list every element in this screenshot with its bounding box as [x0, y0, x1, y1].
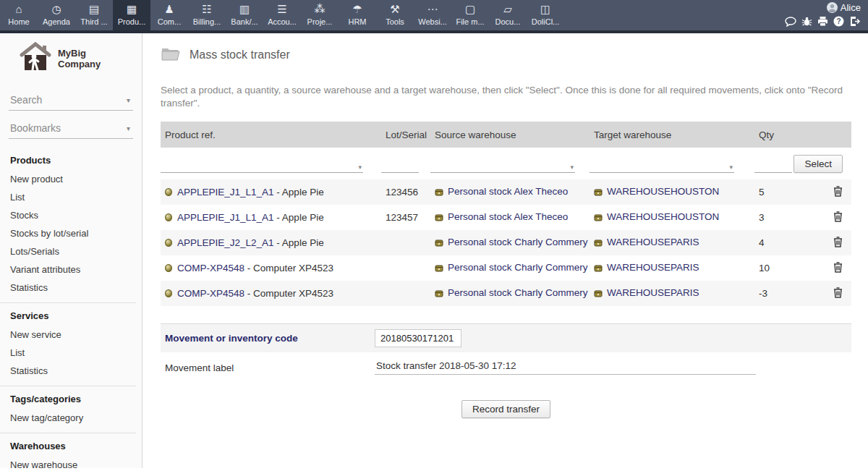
product-icon — [165, 213, 172, 221]
topbar-item-label: Third ... — [80, 17, 107, 27]
search-dropdown[interactable]: Search ▾ — [9, 90, 133, 111]
product-ref-link[interactable]: APPLEPIE_J1_L1_A1 — [177, 212, 274, 223]
topbar-item-accounting[interactable]: ☰Accou... — [263, 0, 301, 30]
warehouse-icon — [594, 213, 603, 224]
dolicloud-icon: ◫ — [540, 3, 550, 15]
chat-icon[interactable] — [785, 17, 796, 27]
target-warehouse-select[interactable]: ▾ — [590, 158, 734, 173]
delete-icon[interactable] — [833, 237, 843, 250]
sidebar-item[interactable]: Stocks by lot/serial — [0, 224, 142, 242]
topbar-item-label: Home — [8, 17, 29, 27]
topbar-item-label: Agenda — [43, 17, 70, 27]
print-icon[interactable] — [817, 16, 828, 27]
delete-icon[interactable] — [833, 262, 843, 275]
topbar-item-billing[interactable]: ☷Billing... — [188, 0, 226, 30]
page-body: MyBig Company Search ▾ Bookmarks ▾ Produ… — [0, 33, 868, 468]
bookmarks-dropdown[interactable]: Bookmarks ▾ — [9, 118, 133, 139]
product-ref-link[interactable]: APPLEPIE_J2_L2_A1 — [177, 237, 274, 248]
sidebar-item[interactable]: Lots/Serials — [0, 242, 142, 260]
source-warehouse-link[interactable]: Personal stock Alex Theceo — [448, 211, 568, 222]
product-select[interactable]: ▾ — [161, 158, 363, 173]
target-warehouse-link[interactable]: WAREHOUSEHOUSTON — [607, 186, 719, 197]
agenda-icon: ◷ — [51, 3, 61, 15]
lot-serial-input[interactable] — [381, 158, 419, 173]
sidebar-section: ServicesNew serviceListStatistics — [0, 302, 136, 380]
qty-input[interactable] — [754, 158, 792, 173]
sidebar-item[interactable]: Variant attributes — [0, 260, 142, 279]
target-warehouse-link[interactable]: WAREHOUSEPARIS — [607, 262, 699, 273]
sidebar-item[interactable]: Statistics — [0, 279, 142, 297]
topbar-item-label: Tools — [386, 17, 404, 27]
topbar-item-commerce[interactable]: ♟Com... — [150, 0, 188, 30]
logout-icon[interactable] — [849, 16, 861, 27]
product-ref-link[interactable]: COMP-XP4548 — [177, 263, 244, 273]
topbar-item-documents[interactable]: ▱Docu... — [489, 0, 527, 30]
topbar-item-label: Websi... — [418, 17, 447, 27]
warehouse-icon — [435, 263, 443, 274]
sidebar-item[interactable]: New service — [0, 326, 136, 344]
header-product-ref: Product ref. — [161, 122, 381, 148]
topbar-item-file-manager[interactable]: ▢File m... — [451, 0, 489, 30]
sidebar-item[interactable]: List — [0, 188, 142, 206]
chevron-down-icon: ▾ — [127, 124, 130, 132]
topbar-item-website[interactable]: ⋯Websi... — [414, 0, 451, 30]
sidebar-item[interactable]: New tag/category — [0, 409, 136, 427]
table-row: COMP-XP4548 - Computer XP4523Personal st… — [161, 281, 851, 306]
source-warehouse-link[interactable]: Personal stock Alex Theceo — [448, 186, 568, 197]
header-target-warehouse: Target warehouse — [590, 122, 754, 148]
product-icon — [165, 264, 172, 272]
topbar-item-label: Accou... — [268, 17, 297, 27]
table-header-row: Product ref. Lot/Serial Source warehouse… — [161, 122, 851, 148]
topbar-item-hrm[interactable]: ☂HRM — [339, 0, 376, 30]
user-menu[interactable]: Alice — [827, 2, 861, 13]
source-warehouse-cell: Personal stock Charly Commery — [430, 255, 590, 281]
action-cell — [792, 281, 851, 306]
topbar-item-home[interactable]: ⌂Home — [0, 0, 38, 30]
target-warehouse-cell: WAREHOUSEPARIS — [590, 230, 754, 255]
topbar-item-products[interactable]: ▦Produ... — [113, 0, 150, 30]
page-description: Select a product, a quantity, a source w… — [161, 84, 851, 110]
source-warehouse-link[interactable]: Personal stock Charly Commery — [448, 287, 588, 298]
sidebar-item[interactable]: New warehouse — [0, 456, 136, 471]
topbar-item-agenda[interactable]: ◷Agenda — [38, 0, 75, 30]
source-warehouse-link[interactable]: Personal stock Charly Commery — [448, 237, 588, 247]
sidebar-item[interactable]: Statistics — [0, 362, 136, 380]
record-transfer-button[interactable]: Record transfer — [461, 400, 550, 418]
product-label: - Apple Pie — [274, 212, 324, 223]
sidebar-section-title: Products — [0, 150, 142, 170]
delete-icon[interactable] — [833, 287, 843, 300]
table-row: APPLEPIE_J1_L1_A1 - Apple Pie123457Perso… — [161, 205, 851, 230]
product-ref-link[interactable]: APPLEPIE_J1_L1_A1 — [177, 187, 274, 198]
topbar-item-projects[interactable]: ⁂Proje... — [301, 0, 339, 30]
action-cell — [792, 255, 851, 281]
topbar-item-bank[interactable]: ▥Bank/... — [226, 0, 263, 30]
sidebar-item[interactable]: Stocks — [0, 206, 142, 224]
sidebar-section: ProductsNew productListStocksStocks by l… — [0, 150, 142, 297]
target-warehouse-link[interactable]: WAREHOUSEPARIS — [607, 287, 699, 298]
delete-icon[interactable] — [833, 211, 843, 224]
third-parties-icon: ▤ — [89, 3, 99, 15]
delete-icon[interactable] — [833, 186, 843, 199]
movement-code-input[interactable] — [375, 329, 461, 347]
topbar-item-tools[interactable]: ⚒Tools — [376, 0, 414, 30]
movement-code-row: Movement or inventory code — [161, 324, 851, 352]
target-warehouse-link[interactable]: WAREHOUSEHOUSTON — [607, 211, 719, 222]
select-button[interactable]: Select — [793, 155, 843, 173]
bug-icon[interactable] — [801, 16, 812, 27]
action-cell — [792, 179, 851, 205]
sidebar-item[interactable]: New product — [0, 170, 142, 188]
source-warehouse-select[interactable]: ▾ — [430, 158, 575, 173]
topbar-item-label: File m... — [456, 17, 484, 27]
target-warehouse-link[interactable]: WAREHOUSEPARIS — [607, 237, 699, 247]
movement-label-input[interactable] — [375, 360, 756, 375]
topbar-item-third-parties[interactable]: ▤Third ... — [75, 0, 113, 30]
help-icon[interactable]: ? — [833, 16, 844, 27]
source-warehouse-cell: Personal stock Alex Theceo — [430, 179, 590, 205]
lot-serial-cell — [381, 255, 430, 281]
topbar-item-dolicloud[interactable]: ◫DoliCl... — [527, 0, 564, 30]
company-logo-icon — [19, 42, 52, 75]
product-ref-link[interactable]: COMP-XP4548 — [177, 288, 244, 299]
sidebar-item[interactable]: List — [0, 344, 136, 362]
topbar: ⌂Home◷Agenda▤Third ...▦Produ...♟Com...☷B… — [0, 0, 868, 33]
source-warehouse-link[interactable]: Personal stock Charly Commery — [448, 262, 588, 273]
